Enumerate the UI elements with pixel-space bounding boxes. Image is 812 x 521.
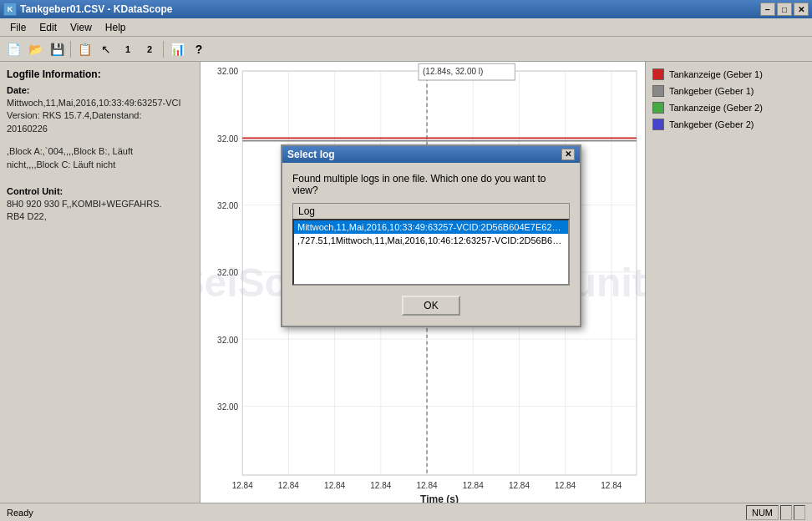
dialog-list-item-2[interactable]: ,727.51,1Mittwoch,11,Mai,2016,10:46:12:6… (294, 234, 568, 247)
dialog-title-bar: Select log ✕ (282, 146, 580, 163)
dialog-close-button[interactable]: ✕ (561, 149, 575, 160)
dialog-message: Found multiple logs in one file. Which o… (292, 173, 570, 196)
dialog-list-header: Log (292, 203, 570, 219)
dialog-list-item-1[interactable]: Mittwoch,11,Mai,2016,10:33:49:63257-VCID… (294, 220, 568, 234)
dialog-overlay: Select log ✕ Found multiple logs in one … (0, 0, 812, 521)
dialog-buttons: OK (292, 296, 570, 316)
dialog-title: Select log (287, 149, 335, 160)
dialog-body: Found multiple logs in one file. Which o… (282, 163, 580, 326)
select-log-dialog: Select log ✕ Found multiple logs in one … (281, 144, 581, 327)
dialog-ok-button[interactable]: OK (402, 296, 460, 316)
dialog-listbox[interactable]: Mittwoch,11,Mai,2016,10:33:49:63257-VCID… (292, 219, 570, 286)
